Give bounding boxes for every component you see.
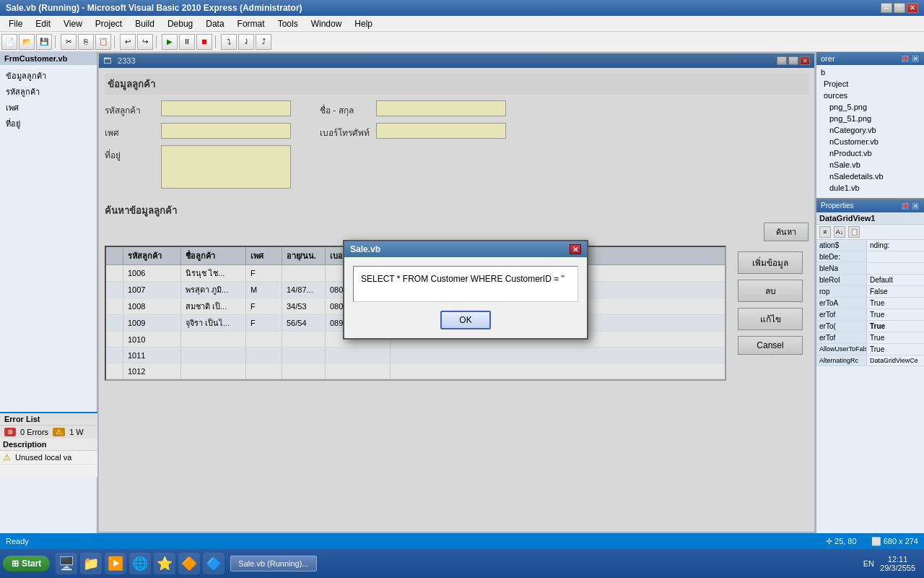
code-item-0[interactable]: ข้อมูลลูกค้า xyxy=(3,68,94,84)
modal-dialog: Sale.vb ✕ SELECT * FROM Customer WHERE C… xyxy=(343,240,588,340)
sol-pin-btn[interactable]: 📌 xyxy=(901,54,910,63)
close-btn[interactable]: ✕ xyxy=(907,3,918,13)
sol-item-png51[interactable]: png_51.png xyxy=(818,113,923,124)
prop-row-1: bleDe: xyxy=(816,251,924,263)
quick-launch: 🖥️ 📁 ▶️ 🌐 ⭐ 🔶 🔷 xyxy=(53,553,227,574)
code-panel: FrmCustomer.vb ข้อมูลลูกค้า รหัสลูกค้า เ… xyxy=(0,52,97,533)
sol-item-module[interactable]: dule1.vb xyxy=(818,182,923,194)
tb-save[interactable]: 💾 xyxy=(36,34,52,50)
prop-key-3: bleRol xyxy=(816,275,867,285)
taskbar-icon-5[interactable]: 🔶 xyxy=(178,553,200,574)
sol-item-customer[interactable]: nCustomer.vb xyxy=(818,136,923,147)
props-toolbar: 📌 ✕ xyxy=(901,202,920,210)
solution-explorer: orer 📌 ✕ b Project ources png_5.png png_… xyxy=(816,52,924,195)
tb-new[interactable]: 📄 xyxy=(1,34,17,50)
menu-data[interactable]: Data xyxy=(200,17,230,30)
modal-body: SELECT * FROM Customer WHERE CustomerID … xyxy=(344,257,587,338)
tb-step-over[interactable]: ⤸ xyxy=(238,34,254,50)
prop-key-4: rop xyxy=(816,286,867,297)
prop-key-10: AlternatingRc xyxy=(816,355,867,366)
title-bar: Sale.vb (Running) - Microsoft Visual Bas… xyxy=(0,0,924,16)
minimize-btn[interactable]: ─ xyxy=(881,3,892,13)
modal-ok-btn[interactable]: OK xyxy=(440,311,490,329)
menu-debug[interactable]: Debug xyxy=(162,17,199,30)
active-app[interactable]: Sale.vb (Running)... xyxy=(230,556,316,571)
sol-item-sources[interactable]: ources xyxy=(818,90,923,101)
menu-file[interactable]: File xyxy=(3,17,28,30)
error-count: 0 Errors xyxy=(20,428,48,436)
sol-item-saledetails[interactable]: nSaledetails.vb xyxy=(818,171,923,182)
menu-build[interactable]: Build xyxy=(129,17,160,30)
system-clock: 12:11 29/3/2555 xyxy=(880,555,915,572)
taskbar-icon-4[interactable]: ⭐ xyxy=(154,553,175,574)
code-item-2[interactable]: เพศ xyxy=(3,100,94,116)
menu-format[interactable]: Format xyxy=(232,17,271,30)
tb-redo[interactable]: ↪ xyxy=(137,34,153,50)
taskbar-icon-2[interactable]: ▶️ xyxy=(105,553,126,574)
prop-key-8: erTof xyxy=(816,332,867,343)
start-button[interactable]: ⊞ Start xyxy=(3,556,50,571)
prop-val-2 xyxy=(867,263,924,274)
props-rows: ation$ nding: bleDe: bleNa bleRol xyxy=(816,240,924,366)
tb-pause[interactable]: ⏸ xyxy=(179,34,195,50)
status-bar: Ready ✛ 25, 80 ⬜ 680 x 274 xyxy=(0,533,924,549)
tb-sep3 xyxy=(156,35,159,48)
code-item-3[interactable]: ที่อยู่ xyxy=(3,116,94,131)
taskbar-icon-3[interactable]: 🌐 xyxy=(129,553,151,574)
windows-icon: ⊞ xyxy=(12,558,19,569)
taskbar-icon-0[interactable]: 🖥️ xyxy=(56,553,77,574)
menu-tools[interactable]: Tools xyxy=(272,17,304,30)
menu-edit[interactable]: Edit xyxy=(30,17,56,30)
sol-item-category[interactable]: nCategory.vb xyxy=(818,124,923,136)
warn-count: 1 W xyxy=(69,428,84,436)
tb-undo[interactable]: ↩ xyxy=(120,34,136,50)
menu-window[interactable]: Window xyxy=(305,17,348,30)
modal-close-btn[interactable]: ✕ xyxy=(570,244,581,254)
prop-val-5: True xyxy=(867,298,924,309)
props-prop-btn[interactable]: 📋 xyxy=(848,226,860,238)
sol-item-b[interactable]: b xyxy=(818,66,923,78)
properties-panel: Properties 📌 ✕ DataGridView1 ≡ A↓ 📋 xyxy=(816,198,924,533)
clock-time: 12:11 xyxy=(880,555,915,564)
warn-icon: ⚠ xyxy=(3,452,11,462)
sol-item-png5[interactable]: png_5.png xyxy=(818,101,923,113)
menu-view[interactable]: View xyxy=(58,17,88,30)
prop-key-9: AllowUserToFalse xyxy=(816,344,867,355)
tb-step-out[interactable]: ⤴ xyxy=(256,34,271,50)
error-count-badge: ⊗ xyxy=(4,428,16,436)
props-close-btn[interactable]: ✕ xyxy=(911,202,920,210)
prop-val-7: True xyxy=(867,321,924,332)
tb-run[interactable]: ▶ xyxy=(162,34,178,50)
tb-cut[interactable]: ✂ xyxy=(61,34,77,50)
sol-item-project[interactable]: Project xyxy=(818,78,923,90)
warn-badge: ⚠ xyxy=(53,428,65,436)
sol-item-sale[interactable]: nSale.vb xyxy=(818,159,923,171)
code-item-1[interactable]: รหัสลูกค้า xyxy=(3,84,94,100)
tb-paste[interactable]: 📋 xyxy=(95,34,111,50)
prop-val-9: True xyxy=(867,344,924,355)
clock-date: 29/3/2555 xyxy=(880,564,915,572)
right-side-panel: orer 📌 ✕ b Project ources png_5.png png_… xyxy=(816,52,924,533)
props-label: Properties xyxy=(821,202,854,210)
tb-sep1 xyxy=(55,35,58,48)
lang-indicator: EN xyxy=(863,559,874,568)
tb-stop[interactable]: ⏹ xyxy=(196,34,212,50)
tb-copy[interactable]: ⎘ xyxy=(78,34,94,50)
error-list-title: Error List xyxy=(0,413,97,426)
props-cat-btn[interactable]: ≡ xyxy=(819,226,831,238)
sol-item-product[interactable]: nProduct.vb xyxy=(818,147,923,159)
taskbar-right: EN 12:11 29/3/2555 xyxy=(863,555,921,572)
taskbar-icon-1[interactable]: 📁 xyxy=(80,553,102,574)
tb-open[interactable]: 📂 xyxy=(19,34,35,50)
menu-project[interactable]: Project xyxy=(90,17,128,30)
taskbar-icon-6[interactable]: 🔷 xyxy=(203,553,225,574)
menu-help[interactable]: Help xyxy=(349,17,378,30)
tb-sep4 xyxy=(215,35,218,48)
tb-step-in[interactable]: ⤵ xyxy=(221,34,237,50)
maximize-btn[interactable]: □ xyxy=(894,3,905,13)
sol-close-btn[interactable]: ✕ xyxy=(911,54,920,63)
error-col-header: Description xyxy=(0,439,97,451)
modal-title-text: Sale.vb xyxy=(350,244,380,254)
props-alpha-btn[interactable]: A↓ xyxy=(834,226,845,238)
props-pin-btn[interactable]: 📌 xyxy=(901,202,910,210)
